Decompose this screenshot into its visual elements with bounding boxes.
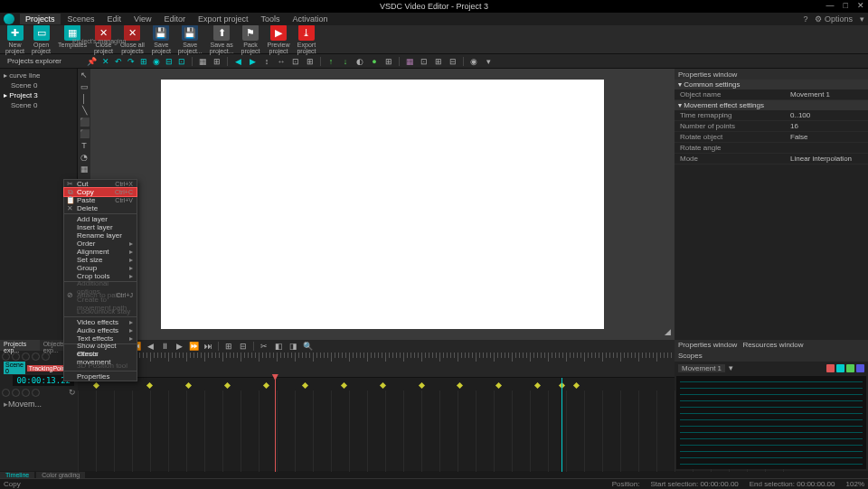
- keyframe[interactable]: [146, 382, 153, 389]
- ctx-insert-layer[interactable]: Insert layer: [64, 223, 137, 231]
- prop-section-header[interactable]: ▾ Movement effect settings: [675, 100, 868, 110]
- tab-projects-exp[interactable]: Projects exp...: [0, 340, 40, 351]
- prop-section-header[interactable]: ▾ Common settings: [675, 80, 868, 89]
- tool-icon[interactable]: ⊡: [420, 57, 429, 66]
- prop-row[interactable]: ModeLinear interpolation: [675, 154, 868, 165]
- menu-editor[interactable]: Editor: [158, 14, 191, 24]
- minimize-button[interactable]: —: [826, 1, 835, 10]
- keyframe[interactable]: [93, 382, 99, 389]
- ctx-set-size[interactable]: Set size▸: [64, 256, 137, 264]
- scope-channel-toggle[interactable]: [856, 364, 864, 372]
- keyframe[interactable]: [185, 382, 192, 389]
- explorer-tool-icon[interactable]: ✕: [101, 57, 110, 66]
- ctx-alignment[interactable]: Alignment▸: [64, 248, 137, 256]
- menu-view[interactable]: View: [128, 14, 156, 24]
- menu-projects[interactable]: Projects: [20, 14, 61, 24]
- tool-icon[interactable]: │: [80, 94, 89, 103]
- scopes-select[interactable]: Movement 1: [678, 364, 725, 372]
- playback-button[interactable]: ⊞: [224, 342, 233, 351]
- ctrl-icon[interactable]: [32, 389, 40, 397]
- tree-item[interactable]: ▸ curve line: [2, 71, 75, 80]
- playback-button[interactable]: ⏭: [203, 342, 212, 351]
- ctrl-icon[interactable]: [32, 353, 40, 361]
- tool-icon[interactable]: ↖: [80, 71, 89, 80]
- tool-icon[interactable]: ⬛: [80, 118, 89, 127]
- prop-row[interactable]: Object nameMovement 1: [675, 89, 868, 100]
- scope-channel-toggle[interactable]: [836, 364, 844, 372]
- playback-button[interactable]: ◧: [274, 342, 283, 351]
- out-marker[interactable]: [561, 378, 562, 472]
- tool-icon[interactable]: ◀: [233, 57, 242, 66]
- tool-icon[interactable]: ◔: [80, 153, 89, 162]
- tab-color-grading[interactable]: Color grading: [36, 472, 85, 478]
- scope-channel-toggle[interactable]: [826, 364, 835, 372]
- tool-icon[interactable]: ◐: [355, 57, 364, 66]
- resize-handle-icon[interactable]: ◢: [665, 327, 671, 336]
- keyframe[interactable]: [224, 382, 231, 389]
- ctx-cut[interactable]: ✂CutCtrl+X: [64, 180, 137, 188]
- ctx-rename-layer[interactable]: Rename layer: [64, 231, 137, 240]
- maximize-button[interactable]: □: [844, 1, 848, 10]
- explorer-tool-icon[interactable]: ◉: [152, 57, 161, 66]
- preview-canvas[interactable]: [161, 80, 604, 329]
- ctx-audio-effects[interactable]: Audio effects▸: [64, 326, 137, 334]
- playback-button[interactable]: 🔍: [303, 342, 312, 351]
- chevron-down-icon[interactable]: ▾: [729, 363, 733, 372]
- playback-button[interactable]: ⏸: [160, 342, 169, 351]
- tool-dropdown-icon[interactable]: ▾: [484, 57, 493, 66]
- tool-icon[interactable]: ◉: [469, 57, 478, 66]
- tool-icon[interactable]: ●: [370, 57, 379, 66]
- ctx-add-layer[interactable]: Add layer: [64, 215, 137, 223]
- loop-icon[interactable]: ↻: [69, 388, 76, 397]
- ctrl-icon[interactable]: [2, 353, 10, 361]
- menu-tools[interactable]: Tools: [255, 14, 285, 24]
- tool-icon[interactable]: ⊞: [306, 57, 315, 66]
- ctrl-icon[interactable]: [2, 389, 10, 397]
- ribbon-save-project[interactable]: 💾Saveproject: [150, 24, 173, 54]
- keyframe[interactable]: [457, 382, 463, 389]
- timeline-main[interactable]: ⟲◉⏮⏪◀⏸▶⏩⏭⊞⊟✂◧◨🔍: [78, 340, 675, 471]
- tool-icon[interactable]: T: [80, 141, 89, 150]
- tool-icon[interactable]: ▶: [248, 57, 257, 66]
- explorer-tool-icon[interactable]: ⊟: [165, 57, 174, 66]
- ctrl-icon[interactable]: [22, 353, 30, 361]
- pin-icon[interactable]: 📌: [87, 57, 96, 66]
- options-dropdown-icon[interactable]: ▾: [860, 14, 864, 24]
- ribbon-new-project[interactable]: ✚Newproject: [4, 24, 26, 54]
- ribbon-open-project[interactable]: ▭Openproject: [30, 24, 52, 54]
- tool-icon[interactable]: ▦: [405, 57, 414, 66]
- playback-button[interactable]: ⊟: [239, 342, 248, 351]
- tool-icon[interactable]: ⊡: [291, 57, 300, 66]
- tree-item[interactable]: Scene 0: [2, 100, 75, 110]
- tree-item[interactable]: Scene 0: [2, 80, 75, 90]
- ribbon-export-project[interactable]: ⤓Exportproject: [295, 24, 317, 54]
- keyframe[interactable]: [380, 382, 386, 389]
- ribbon-pack-project[interactable]: ⚑Packproject: [240, 24, 262, 54]
- menu-activation[interactable]: Activation: [287, 14, 333, 24]
- tool-icon[interactable]: ↓: [341, 57, 350, 66]
- explorer-tool-icon[interactable]: ⊡: [177, 57, 186, 66]
- scope-channel-toggle[interactable]: [846, 364, 854, 372]
- ribbon-save-project[interactable]: 💾Saveproject...: [176, 24, 204, 54]
- tool-icon[interactable]: ↑: [326, 57, 335, 66]
- prop-row[interactable]: Time remapping0..100: [675, 110, 868, 121]
- ribbon-save as-project[interactable]: ⬆Save asproject...: [208, 24, 236, 54]
- help-icon[interactable]: ?: [803, 14, 807, 24]
- keyframe[interactable]: [302, 382, 308, 389]
- tool-icon[interactable]: ↔: [277, 57, 286, 66]
- playhead[interactable]: [275, 378, 276, 472]
- track-label-row[interactable]: ▸ Movem...: [0, 398, 78, 410]
- tool-icon[interactable]: ⊟: [448, 57, 458, 66]
- tool-icon[interactable]: ▦: [198, 57, 207, 66]
- keyframe[interactable]: [418, 382, 424, 389]
- ctrl-icon[interactable]: [12, 389, 20, 397]
- playback-button[interactable]: ⏩: [189, 342, 198, 351]
- ribbon-preview-project[interactable]: ▶Previewproject: [266, 24, 292, 54]
- tool-icon[interactable]: ▦: [80, 165, 89, 174]
- tab-resources[interactable]: Resources window: [742, 341, 803, 350]
- tool-icon[interactable]: ╲: [80, 106, 89, 115]
- menu-scenes[interactable]: Scenes: [62, 14, 100, 24]
- ctx-group[interactable]: Group▸: [64, 264, 137, 272]
- tab-timeline[interactable]: Timeline: [0, 472, 34, 478]
- ctx-properties[interactable]: Properties: [64, 372, 137, 381]
